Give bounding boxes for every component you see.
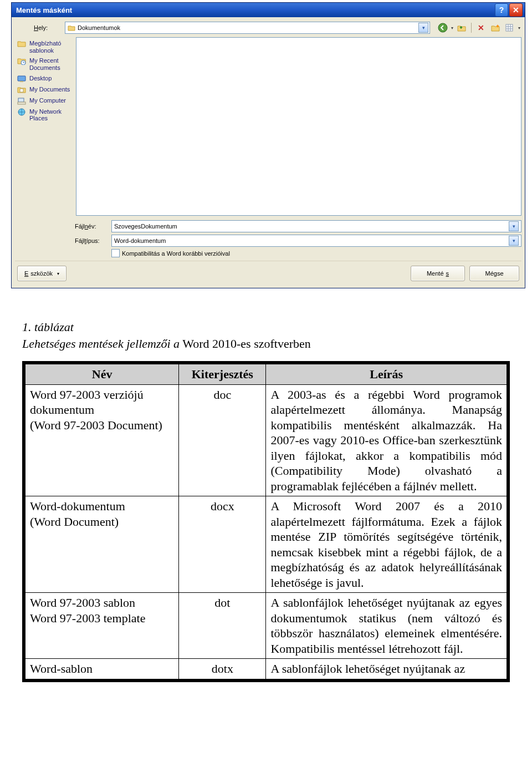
- svg-rect-1: [506, 24, 513, 31]
- titlebar: Mentés másként ? ✕: [12, 3, 525, 17]
- table-row: Word-sablondotxA sablonfájlok lehetősége…: [24, 659, 508, 680]
- table-cell-ext: dot: [179, 593, 266, 659]
- close-button[interactable]: ✕: [509, 3, 523, 17]
- documents-icon: [17, 86, 27, 94]
- chevron-down-icon[interactable]: ▾: [451, 26, 453, 31]
- recent-icon: [17, 57, 27, 65]
- file-list-area[interactable]: [76, 37, 521, 216]
- delete-button[interactable]: ✕: [475, 22, 487, 33]
- filetype-dropdown[interactable]: Word-dokumentum ▾: [111, 235, 521, 247]
- table-row: Word 97-2003 verziójú dokumentum (Word 9…: [24, 384, 508, 496]
- table-row: Word-dokumentum (Word Document)docxA Mic…: [24, 496, 508, 593]
- svg-rect-8: [20, 81, 23, 82]
- save-as-dialog: Mentés másként ? ✕ Hely: Dokumentumok ▾ …: [11, 2, 525, 288]
- document-content: 1. táblázat Lehetséges mentések jellemző…: [22, 319, 510, 682]
- compatibility-checkbox-row: Kompatibilitás a Word korábbi verzióival: [111, 249, 521, 257]
- window-title: Mentés másként: [16, 6, 494, 14]
- compatibility-label: Kompatibilitás a Word korábbi verzióival: [122, 250, 230, 257]
- table-cell-ext: doc: [179, 384, 266, 496]
- svg-point-0: [438, 23, 447, 32]
- table-cell-desc: A 2003-as és a régebbi Word programok al…: [266, 384, 508, 496]
- location-label: Hely:: [34, 24, 60, 31]
- table-row: Word 97-2003 sablon Word 97-2003 templat…: [24, 593, 508, 659]
- desktop-icon: [17, 75, 27, 83]
- dropdown-arrow-icon[interactable]: ▾: [418, 23, 428, 33]
- filetype-label: Fájltípus:: [75, 237, 108, 244]
- location-row: Hely: Dokumentumok ▾ ▾ ✕: [15, 21, 521, 37]
- filetype-value: Word-dokumentum: [114, 237, 509, 244]
- location-value: Dokumentumok: [78, 24, 416, 31]
- save-button[interactable]: Mentés: [411, 266, 465, 281]
- svg-rect-10: [18, 98, 24, 102]
- table-cell-desc: A Microsoft Word 2007 és a 2010 alapérte…: [266, 496, 508, 593]
- file-formats-table: Név Kiterjesztés Leírás Word 97-2003 ver…: [22, 361, 510, 682]
- svg-rect-9: [20, 89, 23, 92]
- table-header: Leírás: [266, 363, 508, 384]
- up-folder-button[interactable]: [456, 22, 468, 33]
- place-label: My Recent Documents: [29, 57, 74, 71]
- place-my-documents[interactable]: My Documents: [16, 84, 75, 95]
- dropdown-arrow-icon[interactable]: ▾: [509, 221, 519, 231]
- place-label: My Network Places: [29, 108, 74, 122]
- table-header: Név: [24, 363, 179, 384]
- table-cell-name: Word 97-2003 verziójú dokumentum (Word 9…: [24, 384, 179, 496]
- folder-icon: [17, 40, 27, 48]
- table-caption: 1. táblázat: [22, 319, 510, 335]
- table-subcaption: Lehetséges mentések jellemzői a Word 201…: [22, 336, 510, 352]
- place-label: My Computer: [29, 97, 66, 104]
- place-label: Megbízható sablonok: [29, 40, 74, 54]
- table-cell-ext: docx: [179, 496, 266, 593]
- computer-icon: [17, 97, 27, 105]
- new-folder-button[interactable]: [489, 22, 502, 33]
- cancel-button[interactable]: Mégse: [469, 266, 519, 281]
- places-bar: Megbízható sablonok My Recent Documents …: [15, 37, 76, 216]
- table-cell-desc: A sablonfájlok lehetőséget nyújtanak az …: [266, 593, 508, 659]
- tools-button[interactable]: Eszközök▾: [17, 266, 66, 281]
- place-desktop[interactable]: Desktop: [16, 73, 75, 84]
- table-cell-name: Word-dokumentum (Word Document): [24, 496, 179, 593]
- filename-label: Fájlnév:: [75, 223, 108, 230]
- location-dropdown[interactable]: Dokumentumok ▾: [65, 22, 430, 34]
- network-icon: [17, 108, 27, 116]
- place-trusted-templates[interactable]: Megbízható sablonok: [16, 38, 75, 55]
- svg-rect-11: [18, 102, 25, 104]
- place-recent-docs[interactable]: My Recent Documents: [16, 55, 75, 73]
- svg-rect-7: [18, 76, 25, 81]
- filename-value: SzovegesDokumentum: [114, 223, 509, 230]
- place-network[interactable]: My Network Places: [16, 106, 75, 124]
- compatibility-checkbox[interactable]: [111, 249, 120, 257]
- back-button[interactable]: [437, 22, 449, 33]
- place-my-computer[interactable]: My Computer: [16, 95, 75, 106]
- folder-icon: [68, 24, 75, 31]
- table-cell-name: Word 97-2003 sablon Word 97-2003 templat…: [24, 593, 179, 659]
- filename-input[interactable]: SzovegesDokumentum ▾: [111, 220, 521, 232]
- chevron-down-icon[interactable]: ▾: [518, 26, 520, 31]
- views-button[interactable]: [504, 22, 516, 33]
- table-cell-name: Word-sablon: [24, 659, 179, 680]
- table-cell-desc: A sablonfájlok lehetőséget nyújtanak az: [266, 659, 508, 680]
- table-cell-ext: dotx: [179, 659, 266, 680]
- dropdown-arrow-icon[interactable]: ▾: [509, 236, 519, 246]
- place-label: Desktop: [29, 75, 52, 82]
- place-label: My Documents: [29, 86, 70, 93]
- help-button[interactable]: ?: [495, 3, 508, 17]
- table-header: Kiterjesztés: [179, 363, 266, 384]
